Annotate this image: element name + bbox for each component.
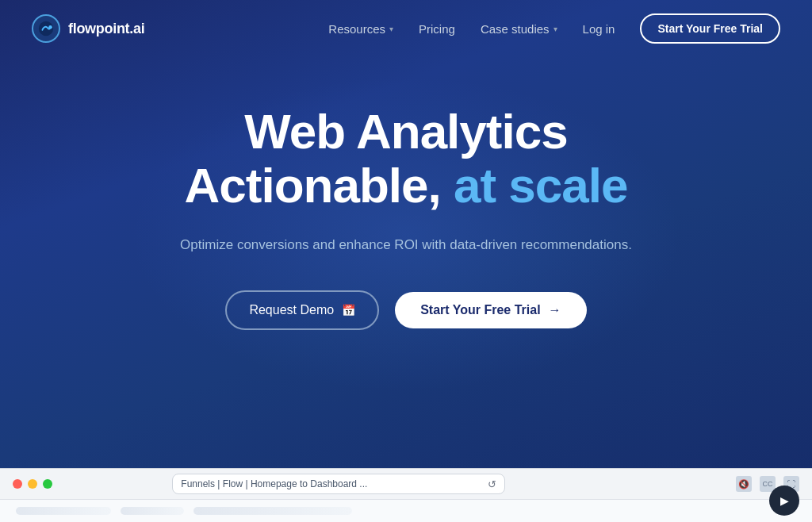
play-button-area: ▶ (769, 486, 799, 516)
nav-cta-button[interactable]: Start Your Free Trial (640, 13, 780, 44)
svg-point-1 (48, 25, 52, 29)
browser-mockup: Funnels | Flow | Homepage to Dashboard .… (0, 468, 812, 522)
logo-icon (32, 14, 60, 43)
navbar: flowpoint.ai Resources ▾ Pricing Case st… (0, 0, 812, 57)
browser-top-bar: Funnels | Flow | Homepage to Dashboard .… (0, 469, 812, 500)
brand-name: flowpoint.ai (68, 21, 144, 37)
nav-pricing[interactable]: Pricing (419, 22, 455, 36)
hero-title-line1: Web Analytics (244, 105, 567, 159)
hero-buttons: Request Demo 📅 Start Your Free Trial → (225, 290, 586, 330)
nav-login[interactable]: Log in (583, 22, 615, 36)
hero-section: Web Analytics Actionable, at scale Optim… (0, 57, 812, 362)
browser-content-strip (0, 500, 812, 522)
hero-accent: at scale (454, 158, 628, 213)
chevron-down-icon-2: ▾ (553, 25, 557, 33)
hero-subtitle: Optimize conversions and enhance ROI wit… (180, 235, 632, 255)
reload-icon[interactable]: ↺ (488, 478, 496, 490)
address-bar[interactable]: Funnels | Flow | Homepage to Dashboard .… (172, 474, 505, 494)
arrow-icon: → (549, 303, 561, 317)
nav-resources[interactable]: Resources ▾ (328, 22, 393, 36)
strip-bar-3 (193, 507, 352, 515)
traffic-light-green[interactable] (43, 479, 52, 489)
traffic-lights (13, 479, 52, 489)
hero-title-line2: Actionable, at scale (185, 159, 628, 213)
play-button[interactable]: ▶ (769, 486, 799, 516)
calendar-icon: 📅 (342, 304, 355, 317)
request-demo-button[interactable]: Request Demo 📅 (225, 290, 379, 330)
nav-case-studies[interactable]: Case studies ▾ (481, 22, 557, 36)
main-page: flowpoint.ai Resources ▾ Pricing Case st… (0, 0, 812, 468)
start-trial-button[interactable]: Start Your Free Trial → (395, 292, 586, 328)
traffic-light-yellow[interactable] (28, 479, 37, 489)
address-bar-text: Funnels | Flow | Homepage to Dashboard .… (181, 478, 367, 489)
traffic-light-red[interactable] (13, 479, 22, 489)
strip-bar-2 (121, 507, 184, 515)
logo-area[interactable]: flowpoint.ai (32, 14, 144, 43)
chevron-down-icon: ▾ (389, 25, 393, 33)
strip-bar-1 (16, 507, 111, 515)
speaker-icon[interactable]: 🔇 (736, 476, 752, 492)
nav-links: Resources ▾ Pricing Case studies ▾ Log i… (328, 13, 780, 44)
